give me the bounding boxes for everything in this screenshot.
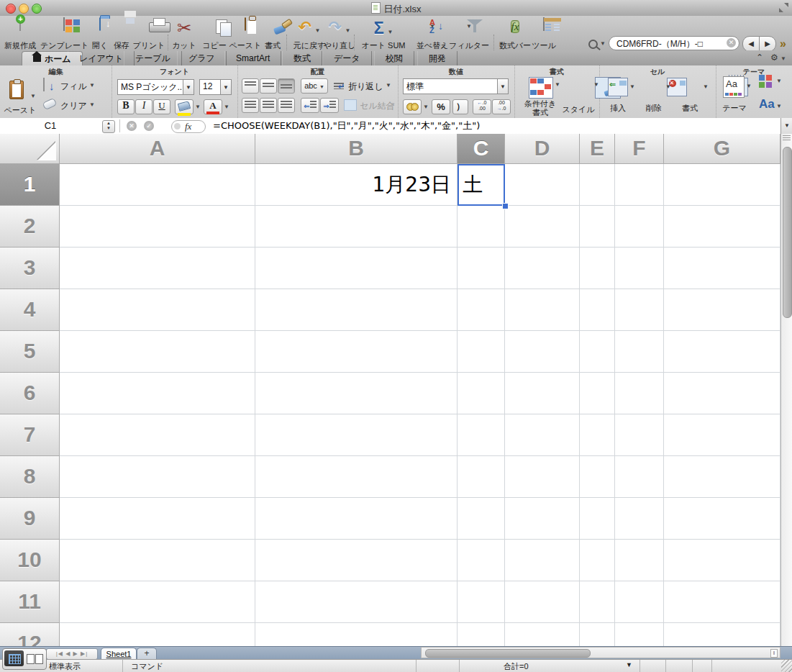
save-button[interactable]: 保存 <box>109 18 134 51</box>
wrap-text-label[interactable]: 折り返し <box>348 81 383 93</box>
clear-caret-icon[interactable]: ▼ <box>89 101 95 108</box>
cell-B1[interactable]: 1月23日 <box>255 164 458 206</box>
underline-button[interactable]: U <box>153 99 170 114</box>
row-header-3[interactable]: 3 <box>0 248 60 289</box>
conditional-caret-icon[interactable]: ▼ <box>555 81 560 88</box>
clear-label[interactable]: クリア <box>60 100 87 112</box>
tab-review[interactable]: 校閲 <box>374 51 414 65</box>
name-box-stepper[interactable]: ▲▼ <box>102 120 115 133</box>
theme-colors-caret-icon[interactable]: ▼ <box>776 78 782 84</box>
decrease-decimal-button[interactable]: .00→.0 <box>492 99 511 114</box>
row-header-9[interactable]: 9 <box>0 498 60 540</box>
currency-caret-icon[interactable]: ▼ <box>423 104 429 110</box>
font-name-caret-icon[interactable]: ▼ <box>183 79 194 95</box>
page-layout-view-button[interactable] <box>24 650 44 666</box>
eraser-icon[interactable] <box>42 98 58 111</box>
insert-cells-icon[interactable]: ⇐ <box>608 78 628 96</box>
fill-label[interactable]: フィル <box>60 81 87 93</box>
normal-view-button[interactable] <box>4 650 24 666</box>
new-button[interactable]: + 新規作成 <box>1 18 39 51</box>
paste-ribbon-button[interactable] <box>7 78 26 103</box>
currency-button[interactable] <box>403 99 422 114</box>
tab-tables[interactable]: テーブル <box>124 51 182 65</box>
select-all-corner[interactable] <box>0 134 60 164</box>
tools-button[interactable]: ツール <box>529 18 558 51</box>
ribbon-gear-icon[interactable]: ⚙ ▼ <box>770 53 786 63</box>
row-header-8[interactable]: 8 <box>0 456 60 498</box>
comma-style-button[interactable]: ） <box>452 99 468 114</box>
increase-decimal-button[interactable]: ←.0.00 <box>473 99 491 114</box>
orientation-button[interactable]: abc ▼ <box>301 78 328 94</box>
fill-color-caret-icon[interactable]: ▼ <box>195 104 201 110</box>
search-icon[interactable] <box>588 40 598 49</box>
copy-button[interactable]: コピー <box>200 18 229 51</box>
font-size-caret-icon[interactable]: ▼ <box>220 79 232 95</box>
row-header-12[interactable]: 12 <box>0 623 60 646</box>
toolbar-overflow-icon[interactable]: » <box>780 37 786 50</box>
number-format-select[interactable]: 標準 <box>403 78 498 94</box>
theme-fonts-button[interactable]: Aa <box>759 97 775 112</box>
font-name-select[interactable]: MS Pゴシック... <box>117 79 183 95</box>
confirm-entry-icon[interactable]: ✓ <box>144 121 154 131</box>
fullscreen-icon[interactable] <box>779 3 788 12</box>
vertical-scrollbar-thumb[interactable] <box>783 147 792 318</box>
fill-handle[interactable] <box>502 203 509 209</box>
tab-data[interactable]: データ <box>322 51 372 65</box>
row-header-5[interactable]: 5 <box>0 331 60 373</box>
paste-button[interactable]: ペースト <box>229 18 262 51</box>
font-size-select[interactable]: 12 <box>199 79 221 95</box>
align-middle-button[interactable] <box>260 78 277 94</box>
row-header-6[interactable]: 6 <box>0 373 60 414</box>
conditional-formatting-icon[interactable] <box>529 77 553 99</box>
themes-caret-icon[interactable]: ▼ <box>746 83 752 89</box>
row-header-11[interactable]: 11 <box>0 581 60 623</box>
insert-function-button[interactable]: fx <box>171 120 206 133</box>
worksheet-grid[interactable]: ABCDEFG1234567891011121月23日土 <box>0 134 780 646</box>
horizontal-split-handle[interactable]: ‖ <box>770 649 778 658</box>
column-header-E[interactable]: E <box>580 134 615 164</box>
theme-colors-icon[interactable] <box>759 75 772 88</box>
align-center-button[interactable] <box>260 98 277 113</box>
percent-button[interactable]: % <box>432 99 450 114</box>
styles-caret-icon[interactable]: ▼ <box>593 81 599 88</box>
sheet-nav-buttons[interactable]: |◀ ◀ ▶ ▶| <box>46 648 98 660</box>
align-right-button[interactable] <box>278 98 295 113</box>
fill-caret-icon[interactable]: ▼ <box>89 82 95 88</box>
wrap-text-icon[interactable]: ↵ <box>334 79 345 89</box>
column-header-F[interactable]: F <box>615 134 664 164</box>
column-header-G[interactable]: G <box>664 134 780 164</box>
find-previous-button[interactable]: ◀ <box>742 36 760 52</box>
theme-fonts-caret-icon[interactable]: ▼ <box>776 103 782 109</box>
formula-bar-caret-icon[interactable]: ▼ <box>780 118 792 134</box>
paste-caret-icon[interactable]: ▼ <box>30 93 36 99</box>
font-color-caret-icon[interactable]: ▼ <box>224 104 229 110</box>
align-left-button[interactable] <box>242 98 259 113</box>
row-header-4[interactable]: 4 <box>0 289 60 331</box>
cancel-entry-icon[interactable]: ✕ <box>127 121 137 131</box>
formula-input[interactable]: =CHOOSE(WEEKDAY(B1),"日","月","火","水","木",… <box>213 118 480 134</box>
tab-formulas[interactable]: 数式 <box>282 51 322 65</box>
cell-format-caret-icon[interactable]: ▼ <box>703 83 709 90</box>
align-top-button[interactable] <box>242 78 259 94</box>
themes-icon[interactable]: Aa <box>723 76 745 98</box>
filter-button[interactable]: ▼ フィルター <box>447 18 491 51</box>
template-button[interactable]: テンプレート <box>40 18 88 51</box>
autosum-button[interactable]: Σ ▼ オート SUM <box>360 18 407 51</box>
row-header-1[interactable]: 1 <box>0 164 60 206</box>
tab-smartart[interactable]: SmartArt <box>224 51 281 65</box>
row-header-10[interactable]: 10 <box>0 540 60 581</box>
horizontal-scrollbar[interactable]: ‖ <box>421 647 780 658</box>
collapse-ribbon-icon[interactable]: ⌃ <box>756 53 763 63</box>
column-header-D[interactable]: D <box>505 134 580 164</box>
fill-color-button[interactable] <box>175 99 194 114</box>
delete-caret-icon[interactable]: ▼ <box>665 83 671 90</box>
resize-grip[interactable] <box>781 660 792 672</box>
search-input[interactable]: CDM6FRD-（M/H）-□ <box>609 36 739 50</box>
italic-button[interactable]: I <box>135 99 153 114</box>
number-format-caret-icon[interactable]: ▼ <box>497 78 509 94</box>
cut-button[interactable]: ✂ カット <box>170 18 199 51</box>
column-header-C[interactable]: C <box>458 134 505 164</box>
row-header-7[interactable]: 7 <box>0 414 60 456</box>
tab-developer[interactable]: 開発 <box>417 51 458 65</box>
column-header-B[interactable]: B <box>255 134 458 164</box>
